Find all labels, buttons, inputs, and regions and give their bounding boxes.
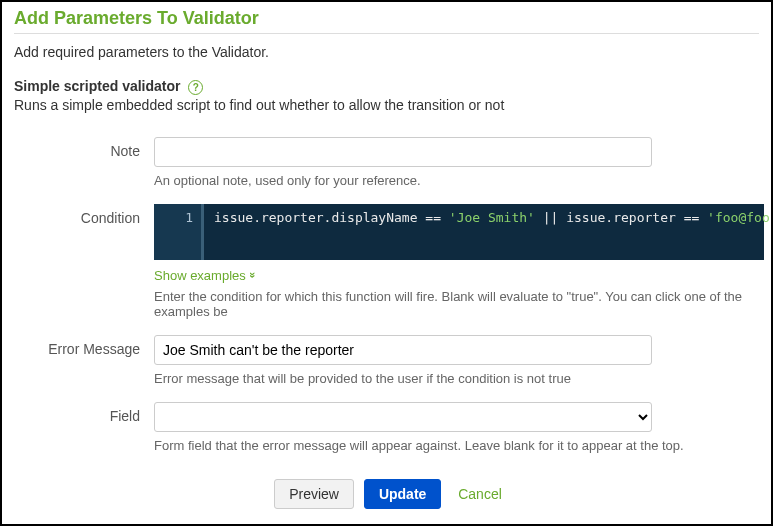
field-select[interactable] [154, 402, 652, 432]
note-help: An optional note, used only for your ref… [154, 173, 759, 188]
form-container: Add Parameters To Validator Add required… [2, 2, 771, 521]
action-bar: Preview Update Cancel [14, 479, 759, 509]
update-button[interactable]: Update [364, 479, 441, 509]
preview-button[interactable]: Preview [274, 479, 354, 509]
page-title: Add Parameters To Validator [14, 8, 759, 34]
error-message-row: Error Message Error message that will be… [14, 335, 759, 386]
field-help: Form field that the error message will a… [154, 438, 759, 453]
condition-code-editor[interactable]: 1 issue.reporter.displayName == 'Joe Smi… [154, 204, 764, 260]
condition-row: Condition 1 issue.reporter.displayName =… [14, 204, 759, 319]
error-message-label: Error Message [14, 335, 154, 386]
code-content[interactable]: issue.reporter.displayName == 'Joe Smith… [204, 204, 773, 260]
help-icon[interactable]: ? [188, 80, 203, 95]
note-row: Note An optional note, used only for you… [14, 137, 759, 188]
field-label: Field [14, 402, 154, 453]
validator-name: Simple scripted validator [14, 78, 181, 94]
cancel-link[interactable]: Cancel [458, 486, 502, 502]
page-description: Add required parameters to the Validator… [14, 44, 759, 60]
condition-label: Condition [14, 204, 154, 319]
field-row: Field Form field that the error message … [14, 402, 759, 453]
code-gutter: 1 [154, 204, 204, 260]
show-examples-link[interactable]: Show examples » [154, 268, 256, 283]
error-message-input[interactable] [154, 335, 652, 365]
error-message-help: Error message that will be provided to t… [154, 371, 759, 386]
line-number: 1 [178, 210, 193, 225]
chevron-down-icon: » [247, 272, 259, 278]
show-examples-label: Show examples [154, 268, 246, 283]
note-label: Note [14, 137, 154, 188]
validator-header: Simple scripted validator ? [14, 78, 759, 95]
validator-description: Runs a simple embedded script to find ou… [14, 97, 759, 113]
note-input[interactable] [154, 137, 652, 167]
condition-help: Enter the condition for which this funct… [154, 289, 759, 319]
